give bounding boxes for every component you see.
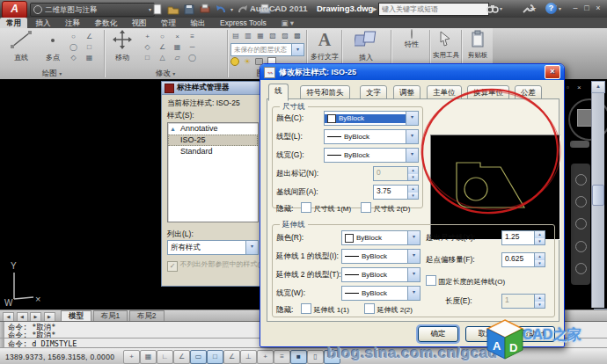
model-tab[interactable]: 模型 [61, 310, 91, 321]
layer-properties-icon[interactable]: ▤ [230, 31, 241, 40]
lineweight-display-toggle[interactable]: ≡ [274, 350, 290, 364]
polar-tracking-toggle[interactable]: ∠ [173, 350, 190, 364]
chevron-down-icon[interactable]: ▾ [245, 241, 258, 254]
dim-linetype-combo[interactable]: ByBlock ▾ [324, 129, 419, 144]
copy-icon[interactable]: + [141, 32, 154, 41]
suppress-ext-line1-checkbox[interactable]: 延伸线 1(1) [301, 303, 349, 315]
multiple-points-button[interactable]: 多点 [40, 30, 65, 62]
dim-color-combo[interactable]: ByBlock ▾ [324, 111, 419, 126]
utilities-button[interactable]: 实用工具 [431, 30, 461, 60]
transparency-toggle[interactable]: ■ [290, 350, 307, 364]
search-input[interactable] [378, 3, 489, 16]
workspace-switcher[interactable]: 二维草图与注释 ▾ [30, 3, 155, 17]
baseline-spacing-spinner[interactable]: 3.75 ▴▾ [373, 185, 419, 200]
layout1-tab[interactable]: 布局1 [93, 310, 128, 321]
suppress-dim-line1-checkbox[interactable]: 尺寸线 1(M) [301, 202, 351, 214]
trim-icon[interactable]: × [171, 32, 184, 41]
showmotion-icon[interactable] [575, 263, 587, 274]
fixed-length-checkbox[interactable]: 固定长度的延伸线(O) [426, 275, 505, 287]
maximize-button[interactable]: □ [581, 4, 592, 13]
ext-lineweight-combo[interactable]: ByBlock ▾ [341, 286, 421, 301]
mtext-button[interactable]: A 多行文字 [310, 30, 340, 62]
circle-icon[interactable]: ◯ [67, 42, 80, 52]
dots-icon[interactable]: ▱ [171, 53, 184, 62]
redo-icon[interactable] [237, 4, 249, 15]
properties-button[interactable]: 特性 [396, 30, 428, 49]
undo-dropdown-icon[interactable]: ▾ [230, 6, 233, 12]
stack-icon[interactable]: ≡ [186, 32, 199, 41]
ribbon-tab-express[interactable]: Express Tools [214, 18, 273, 28]
draw-panel-label[interactable]: 绘图 ▾ [21, 69, 83, 79]
ribbon-tab-output[interactable]: 输出 [185, 18, 212, 28]
object-snap-tracking-toggle[interactable]: ∠ [223, 350, 240, 364]
help-dropdown-icon[interactable]: ▾ [559, 5, 561, 11]
ext-color-combo[interactable]: ByBlock ▾ [341, 230, 421, 245]
explode-icon[interactable]: △ [156, 53, 169, 62]
scroll-up-button[interactable]: ▲ [591, 81, 605, 93]
style-item-iso25-selected[interactable]: ISO-25 [168, 135, 258, 146]
tab-lines[interactable]: 线 [268, 84, 289, 101]
chevron-down-icon[interactable]: ▾ [407, 287, 420, 300]
save-icon[interactable] [183, 4, 195, 15]
plot-icon[interactable] [199, 4, 211, 15]
undo-icon[interactable] [215, 4, 227, 15]
application-menu-button[interactable]: A [2, 1, 27, 18]
polyline-icon[interactable]: ∠ [83, 32, 96, 41]
chevron-down-icon[interactable]: ▾ [407, 268, 420, 281]
modify-panel-label[interactable]: 修改 ▾ [135, 69, 196, 79]
ellipse-icon[interactable]: ◇ [67, 53, 80, 62]
favorites-star-icon[interactable]: ★ [530, 3, 537, 15]
suppress-ext-line2-checkbox[interactable]: 延伸线 2(2) [364, 303, 413, 315]
palette-title-bar[interactable]: 标注样式管理器 [162, 82, 264, 95]
styles-listbox[interactable]: ▲Annotative ISO-25 Standard [167, 122, 259, 222]
dynamic-input-toggle[interactable]: + [257, 350, 274, 364]
chevron-down-icon[interactable]: ▾ [406, 130, 418, 143]
navigation-bar[interactable] [571, 164, 590, 285]
grid-display-toggle[interactable]: ▦ [140, 350, 157, 364]
quick-properties-toggle[interactable]: ▯ [307, 350, 324, 364]
layer-isolate-icon[interactable]: ▦ [255, 31, 266, 40]
ribbon-tab-manage[interactable]: 管理 [155, 18, 182, 28]
ribbon-tab-view[interactable]: 视图 [126, 18, 153, 28]
minimize-button[interactable]: – [570, 4, 581, 13]
fillet-icon[interactable]: ∠ [156, 42, 169, 52]
3d-object-snap-toggle[interactable]: □ [207, 350, 223, 364]
rectangle-icon[interactable]: □ [83, 42, 96, 52]
chevron-down-icon[interactable]: ▾ [406, 149, 418, 162]
ribbon-tab-options-icon[interactable]: ▣ ▾ [274, 18, 300, 28]
line-tool-button[interactable]: 直线 [4, 30, 39, 62]
style-item-standard[interactable]: Standard [168, 146, 258, 157]
extend-beyond-dimlines-spinner[interactable]: 1.25 ▴▾ [501, 230, 545, 245]
ortho-mode-toggle[interactable]: ∟ [157, 350, 173, 364]
chevron-down-icon[interactable]: ▾ [407, 250, 420, 263]
blend-icon[interactable]: ◯ [186, 53, 199, 62]
layout2-tab[interactable]: 布局2 [129, 310, 165, 321]
viewcube-wcs-menu[interactable] [570, 141, 589, 148]
layer-lock-icon[interactable]: ▨ [280, 31, 290, 40]
viewport-restore-icon[interactable]: ▫ [567, 84, 569, 91]
command-window-grip[interactable] [0, 322, 4, 348]
ext2-linetype-combo[interactable]: ByBlock ▾ [341, 267, 421, 282]
move-tool-button[interactable]: 移动 [107, 30, 137, 62]
layer-state-combo[interactable]: 未保存的图层状态 ▾ [230, 43, 304, 56]
offset-from-origin-spinner[interactable]: 0.625 ▴▾ [501, 252, 545, 267]
viewport-close-icon[interactable]: × [577, 84, 581, 91]
search-dropdown-icon[interactable]: ▾ [500, 5, 502, 11]
open-folder-icon[interactable] [167, 4, 179, 15]
array-icon[interactable]: ▦ [171, 42, 184, 52]
ribbon-tab-annotate[interactable]: 注释 [59, 18, 86, 28]
style-item-annotative[interactable]: ▲Annotative [168, 123, 258, 135]
search-binoculars-icon[interactable] [486, 4, 499, 15]
close-button[interactable]: × [593, 4, 603, 13]
offset-icon[interactable]: ─ [186, 42, 199, 52]
chevron-down-icon[interactable]: ▾ [406, 112, 418, 125]
ribbon-tab-home[interactable]: 常用 [0, 18, 27, 28]
chevron-down-icon[interactable]: ▾ [291, 44, 304, 55]
orbit-icon[interactable] [575, 241, 587, 252]
hatch-icon[interactable]: ▦ [83, 53, 96, 62]
layer-match-icon[interactable]: ▩ [292, 31, 303, 40]
dynamic-ucs-toggle[interactable]: ⊥ [240, 350, 257, 364]
mirror-icon[interactable]: ◇ [141, 42, 154, 52]
list-filter-combo[interactable]: 所有样式 ▾ [167, 240, 259, 255]
ribbon-tab-parametric[interactable]: 参数化 [89, 18, 124, 28]
